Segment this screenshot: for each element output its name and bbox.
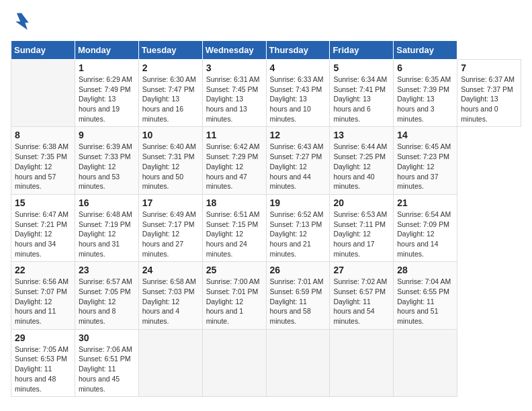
day-number: 3 xyxy=(206,62,263,73)
day-number: 4 xyxy=(270,62,326,73)
day-info: Sunrise: 6:40 AMSunset: 7:31 PMDaylight:… xyxy=(142,142,199,191)
page-header xyxy=(11,11,521,32)
day-number: 15 xyxy=(15,197,71,208)
calendar-cell: 7 Sunrise: 6:37 AMSunset: 7:37 PMDayligh… xyxy=(457,60,521,127)
calendar-cell: 20 Sunrise: 6:53 AMSunset: 7:11 PMDaylig… xyxy=(330,194,394,261)
calendar-cell: 8 Sunrise: 6:38 AMSunset: 7:35 PMDayligh… xyxy=(11,127,75,194)
calendar-cell: 24 Sunrise: 6:58 AMSunset: 7:03 PMDaylig… xyxy=(138,262,202,329)
calendar-cell xyxy=(330,329,394,396)
header-monday: Monday xyxy=(75,41,138,60)
day-number: 16 xyxy=(79,197,135,208)
calendar-week-3: 22 Sunrise: 6:56 AMSunset: 7:07 PMDaylig… xyxy=(11,262,521,329)
calendar-cell: 27 Sunrise: 7:02 AMSunset: 6:57 PMDaylig… xyxy=(330,262,394,329)
day-number: 5 xyxy=(333,62,390,73)
day-number: 2 xyxy=(142,62,199,73)
calendar-cell: 28 Sunrise: 7:04 AMSunset: 6:55 PMDaylig… xyxy=(394,262,457,329)
day-info: Sunrise: 7:04 AMSunset: 6:55 PMDaylight:… xyxy=(397,277,453,326)
day-info: Sunrise: 6:56 AMSunset: 7:07 PMDaylight:… xyxy=(15,277,71,326)
day-info: Sunrise: 6:51 AMSunset: 7:15 PMDaylight:… xyxy=(206,210,263,259)
calendar-cell: 10 Sunrise: 6:40 AMSunset: 7:31 PMDaylig… xyxy=(138,127,202,194)
day-number: 20 xyxy=(333,197,390,208)
day-info: Sunrise: 6:29 AMSunset: 7:49 PMDaylight:… xyxy=(79,75,135,124)
calendar-cell xyxy=(266,329,330,396)
day-info: Sunrise: 6:34 AMSunset: 7:41 PMDaylight:… xyxy=(333,75,390,124)
day-info: Sunrise: 6:42 AMSunset: 7:29 PMDaylight:… xyxy=(206,142,263,191)
day-info: Sunrise: 6:39 AMSunset: 7:33 PMDaylight:… xyxy=(79,142,135,191)
calendar-header-row: SundayMondayTuesdayWednesdayThursdayFrid… xyxy=(11,41,521,60)
day-number: 24 xyxy=(142,265,199,275)
day-number: 13 xyxy=(333,130,390,140)
day-number: 10 xyxy=(142,130,199,140)
day-number: 8 xyxy=(15,130,71,140)
day-info: Sunrise: 6:37 AMSunset: 7:37 PMDaylight:… xyxy=(461,75,517,124)
calendar-cell: 19 Sunrise: 6:52 AMSunset: 7:13 PMDaylig… xyxy=(266,194,330,261)
day-info: Sunrise: 7:06 AMSunset: 6:51 PMDaylight:… xyxy=(79,345,135,394)
day-number: 28 xyxy=(397,265,453,275)
calendar-cell: 1 Sunrise: 6:29 AMSunset: 7:49 PMDayligh… xyxy=(75,60,138,127)
header-tuesday: Tuesday xyxy=(138,41,202,60)
svg-marker-0 xyxy=(15,13,29,30)
calendar-cell xyxy=(202,329,266,396)
calendar-cell: 15 Sunrise: 6:47 AMSunset: 7:21 PMDaylig… xyxy=(11,194,75,261)
day-number: 17 xyxy=(142,197,199,208)
header-friday: Friday xyxy=(330,41,394,60)
calendar-cell: 6 Sunrise: 6:35 AMSunset: 7:39 PMDayligh… xyxy=(394,60,457,127)
calendar-week-2: 15 Sunrise: 6:47 AMSunset: 7:21 PMDaylig… xyxy=(11,194,521,261)
day-number: 11 xyxy=(206,130,263,140)
calendar-cell: 18 Sunrise: 6:51 AMSunset: 7:15 PMDaylig… xyxy=(202,194,266,261)
calendar-cell: 9 Sunrise: 6:39 AMSunset: 7:33 PMDayligh… xyxy=(75,127,138,194)
day-number: 7 xyxy=(461,62,517,73)
day-number: 19 xyxy=(270,197,326,208)
calendar-cell: 23 Sunrise: 6:57 AMSunset: 7:05 PMDaylig… xyxy=(75,262,138,329)
header-sunday: Sunday xyxy=(11,41,75,60)
calendar-cell xyxy=(11,60,75,127)
calendar-cell: 17 Sunrise: 6:49 AMSunset: 7:17 PMDaylig… xyxy=(138,194,202,261)
calendar-cell: 21 Sunrise: 6:54 AMSunset: 7:09 PMDaylig… xyxy=(394,194,457,261)
day-number: 14 xyxy=(397,130,453,140)
calendar-cell: 4 Sunrise: 6:33 AMSunset: 7:43 PMDayligh… xyxy=(266,60,330,127)
day-info: Sunrise: 6:44 AMSunset: 7:25 PMDaylight:… xyxy=(333,142,390,191)
calendar-cell: 26 Sunrise: 7:01 AMSunset: 6:59 PMDaylig… xyxy=(266,262,330,329)
day-number: 9 xyxy=(79,130,135,140)
day-info: Sunrise: 6:49 AMSunset: 7:17 PMDaylight:… xyxy=(142,210,199,259)
header-thursday: Thursday xyxy=(266,41,330,60)
day-number: 27 xyxy=(333,265,390,275)
calendar-cell xyxy=(138,329,202,396)
day-info: Sunrise: 7:02 AMSunset: 6:57 PMDaylight:… xyxy=(333,277,390,326)
calendar-cell: 5 Sunrise: 6:34 AMSunset: 7:41 PMDayligh… xyxy=(330,60,394,127)
day-info: Sunrise: 6:31 AMSunset: 7:45 PMDaylight:… xyxy=(206,75,263,124)
day-number: 18 xyxy=(206,197,263,208)
day-info: Sunrise: 6:52 AMSunset: 7:13 PMDaylight:… xyxy=(270,210,326,259)
day-number: 22 xyxy=(15,265,71,275)
logo xyxy=(11,11,35,32)
day-number: 23 xyxy=(79,265,135,275)
day-number: 26 xyxy=(270,265,326,275)
day-number: 30 xyxy=(79,332,135,343)
day-info: Sunrise: 6:38 AMSunset: 7:35 PMDaylight:… xyxy=(15,142,71,191)
day-number: 12 xyxy=(270,130,326,140)
day-info: Sunrise: 6:53 AMSunset: 7:11 PMDaylight:… xyxy=(333,210,390,259)
day-info: Sunrise: 6:48 AMSunset: 7:19 PMDaylight:… xyxy=(79,210,135,259)
calendar-week-1: 8 Sunrise: 6:38 AMSunset: 7:35 PMDayligh… xyxy=(11,127,521,194)
day-info: Sunrise: 7:01 AMSunset: 6:59 PMDaylight:… xyxy=(270,277,326,326)
day-info: Sunrise: 7:05 AMSunset: 6:53 PMDaylight:… xyxy=(15,345,71,394)
day-info: Sunrise: 6:58 AMSunset: 7:03 PMDaylight:… xyxy=(142,277,199,326)
calendar-cell: 11 Sunrise: 6:42 AMSunset: 7:29 PMDaylig… xyxy=(202,127,266,194)
calendar-cell: 29 Sunrise: 7:05 AMSunset: 6:53 PMDaylig… xyxy=(11,329,75,396)
day-number: 21 xyxy=(397,197,453,208)
day-number: 25 xyxy=(206,265,263,275)
calendar-cell xyxy=(394,329,457,396)
calendar-cell: 2 Sunrise: 6:30 AMSunset: 7:47 PMDayligh… xyxy=(138,60,202,127)
day-number: 6 xyxy=(397,62,453,73)
calendar-week-4: 29 Sunrise: 7:05 AMSunset: 6:53 PMDaylig… xyxy=(11,329,521,396)
header-wednesday: Wednesday xyxy=(202,41,266,60)
day-info: Sunrise: 7:00 AMSunset: 7:01 PMDaylight:… xyxy=(206,277,263,326)
day-info: Sunrise: 6:45 AMSunset: 7:23 PMDaylight:… xyxy=(397,142,453,191)
day-info: Sunrise: 6:30 AMSunset: 7:47 PMDaylight:… xyxy=(142,75,199,124)
calendar-cell: 22 Sunrise: 6:56 AMSunset: 7:07 PMDaylig… xyxy=(11,262,75,329)
calendar-cell: 30 Sunrise: 7:06 AMSunset: 6:51 PMDaylig… xyxy=(75,329,138,396)
calendar-cell: 25 Sunrise: 7:00 AMSunset: 7:01 PMDaylig… xyxy=(202,262,266,329)
calendar-cell: 12 Sunrise: 6:43 AMSunset: 7:27 PMDaylig… xyxy=(266,127,330,194)
day-info: Sunrise: 6:43 AMSunset: 7:27 PMDaylight:… xyxy=(270,142,326,191)
day-info: Sunrise: 6:57 AMSunset: 7:05 PMDaylight:… xyxy=(79,277,135,326)
